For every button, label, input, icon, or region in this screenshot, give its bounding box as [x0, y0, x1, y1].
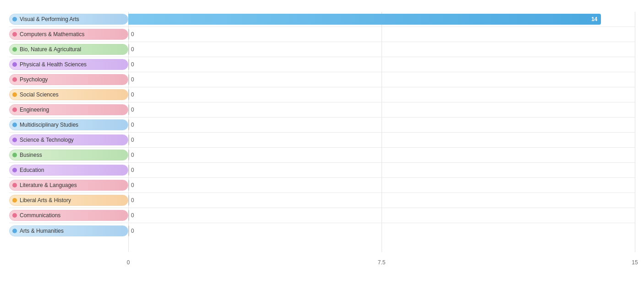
bar-track: 0	[128, 180, 635, 191]
pill-dot	[12, 198, 17, 203]
grid-line-max	[635, 12, 635, 252]
pill-dot	[12, 17, 17, 21]
chart-container: Visual & Performing Arts14Computers & Ma…	[0, 0, 644, 289]
chart-area: Visual & Performing Arts14Computers & Ma…	[9, 12, 635, 266]
bar-value-label: 0	[131, 167, 134, 173]
pill-dot	[12, 123, 17, 127]
bar-label-pill: Science & Technology	[9, 134, 128, 145]
bar-label: Business	[20, 152, 42, 158]
bar-label: Physical & Health Sciences	[20, 61, 87, 68]
bar-label-pill: Liberal Arts & History	[9, 195, 128, 206]
bar-label: Communications	[20, 212, 60, 219]
x-label-0: 0	[127, 259, 130, 266]
bar-label: Science & Technology	[20, 137, 74, 143]
bar-row: Business0	[9, 148, 635, 163]
bar-fill	[128, 104, 129, 115]
bar-fill	[128, 119, 129, 130]
bar-value-label: 0	[131, 61, 134, 68]
pill-dot	[12, 62, 17, 67]
bar-track: 0	[128, 44, 635, 55]
bar-value-label: 0	[131, 197, 134, 203]
pill-dot	[12, 77, 17, 82]
bar-value-label: 0	[131, 228, 134, 234]
bar-row: Social Sciences0	[9, 87, 635, 102]
bars-section: Visual & Performing Arts14Computers & Ma…	[9, 12, 635, 252]
bar-label-pill: Engineering	[9, 104, 128, 115]
pill-dot	[12, 229, 17, 233]
bar-track: 0	[128, 165, 635, 176]
bar-label-pill: Communications	[9, 210, 128, 221]
bar-track: 0	[128, 74, 635, 85]
bar-label: Computers & Mathematics	[20, 31, 84, 37]
bar-row: Multidisciplinary Studies0	[9, 118, 635, 133]
pill-dot	[12, 138, 17, 142]
bar-value-label: 0	[131, 107, 134, 113]
bar-row: Engineering0	[9, 102, 635, 118]
bar-label-pill: Visual & Performing Arts	[9, 14, 128, 25]
bar-row: Bio, Nature & Agricultural0	[9, 42, 635, 57]
bar-value-label: 0	[131, 137, 134, 143]
pill-dot	[12, 153, 17, 157]
bar-value-label: 14	[591, 16, 597, 22]
bar-label: Arts & Humanities	[20, 228, 64, 234]
pill-dot	[12, 183, 17, 187]
bar-label: Liberal Arts & History	[20, 197, 71, 203]
bar-row: Computers & Mathematics0	[9, 27, 635, 42]
bar-fill	[128, 150, 129, 161]
pill-dot	[12, 168, 17, 172]
bar-fill	[128, 165, 129, 176]
bar-row: Education0	[9, 163, 635, 178]
bar-value-label: 0	[131, 152, 134, 158]
bar-track: 0	[128, 134, 635, 145]
bar-row: Arts & Humanities0	[9, 223, 635, 238]
bar-fill	[128, 59, 129, 70]
bar-track: 0	[128, 29, 635, 40]
bar-fill	[128, 134, 129, 145]
bar-fill	[128, 89, 129, 100]
bar-fill	[128, 225, 129, 236]
bar-track: 14	[128, 14, 635, 25]
bar-track: 0	[128, 59, 635, 70]
bar-fill: 14	[128, 14, 601, 25]
x-axis: 0 7.5 15	[128, 252, 635, 266]
x-label-max: 15	[632, 259, 638, 266]
bar-fill	[128, 74, 129, 85]
bar-track: 0	[128, 225, 635, 236]
bar-label: Visual & Performing Arts	[20, 16, 79, 22]
bar-track: 0	[128, 119, 635, 130]
bar-row: Visual & Performing Arts14	[9, 12, 635, 27]
bar-label: Multidisciplinary Studies	[20, 122, 78, 128]
bar-row: Communications0	[9, 208, 635, 223]
bar-value-label: 0	[131, 76, 134, 83]
bar-track: 0	[128, 210, 635, 221]
bar-label: Engineering	[20, 107, 49, 113]
bar-label-pill: Multidisciplinary Studies	[9, 119, 128, 130]
bar-label: Bio, Nature & Agricultural	[20, 46, 81, 53]
bar-label-pill: Arts & Humanities	[9, 225, 128, 236]
x-label-mid: 7.5	[378, 259, 386, 266]
pill-dot	[12, 32, 17, 37]
bar-label-pill: Business	[9, 150, 128, 161]
bar-value-label: 0	[131, 182, 134, 188]
bar-value-label: 0	[131, 31, 134, 37]
bar-row: Physical & Health Sciences0	[9, 57, 635, 72]
bar-row: Liberal Arts & History0	[9, 193, 635, 208]
pill-dot	[12, 107, 17, 112]
bar-label-pill: Computers & Mathematics	[9, 29, 128, 40]
bar-label-pill: Social Sciences	[9, 89, 128, 100]
bar-row: Psychology0	[9, 72, 635, 87]
bar-label: Social Sciences	[20, 91, 59, 98]
pill-dot	[12, 213, 17, 218]
bar-track: 0	[128, 89, 635, 100]
bar-row: Science & Technology0	[9, 133, 635, 148]
bar-track: 0	[128, 195, 635, 206]
pill-dot	[12, 47, 17, 52]
bar-fill	[128, 210, 129, 221]
bar-label: Literature & Languages	[20, 182, 77, 188]
bar-value-label: 0	[131, 212, 134, 219]
bar-fill	[128, 44, 129, 55]
bar-label-pill: Literature & Languages	[9, 180, 128, 191]
bar-value-label: 0	[131, 91, 134, 98]
bar-value-label: 0	[131, 122, 134, 128]
pill-dot	[12, 92, 17, 97]
